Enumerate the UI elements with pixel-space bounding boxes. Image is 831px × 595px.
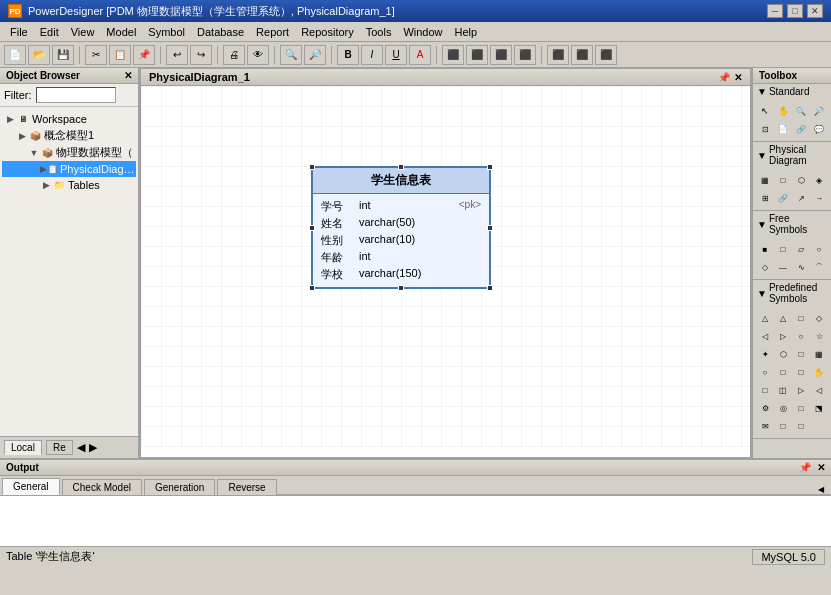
tree-item-workspace[interactable]: ▶ 🖥 Workspace xyxy=(2,111,136,127)
pred-27[interactable]: □ xyxy=(793,418,809,434)
pred-2[interactable]: △ xyxy=(775,310,791,326)
copy-button[interactable]: 📋 xyxy=(109,45,131,65)
toolbox-physical-header[interactable]: ▼ Physical Diagram xyxy=(753,142,831,168)
expand-workspace[interactable]: ▶ xyxy=(4,113,16,125)
pred-10[interactable]: ⬡ xyxy=(775,346,791,362)
toolbox-predefined-header[interactable]: ▼ Predefined Symbols xyxy=(753,280,831,306)
menu-symbol[interactable]: Symbol xyxy=(142,24,191,40)
menu-edit[interactable]: Edit xyxy=(34,24,65,40)
menu-file[interactable]: File xyxy=(4,24,34,40)
tool-ellipse[interactable]: ○ xyxy=(811,241,827,257)
tree-item-physicaldiag[interactable]: ▶ 📋 PhysicalDiag… xyxy=(2,161,136,177)
pred-4[interactable]: ◇ xyxy=(811,310,827,326)
save-button[interactable]: 💾 xyxy=(52,45,74,65)
handle-bl[interactable] xyxy=(309,285,315,291)
pred-6[interactable]: ▷ xyxy=(775,328,791,344)
pred-18[interactable]: ◫ xyxy=(775,382,791,398)
align-right-button[interactable]: ⬛ xyxy=(490,45,512,65)
tool-proc[interactable]: ⬡ xyxy=(793,172,809,188)
tool-line[interactable]: → xyxy=(811,190,827,206)
tool-pointer[interactable]: ↖ xyxy=(757,103,773,119)
pred-25[interactable]: ✉ xyxy=(757,418,773,434)
output-tab-general[interactable]: General xyxy=(2,478,60,495)
tool-new-page[interactable]: 📄 xyxy=(775,121,791,137)
ob-filter-input[interactable] xyxy=(36,87,116,103)
pred-7[interactable]: ○ xyxy=(793,328,809,344)
tool-parallelogram[interactable]: ▱ xyxy=(793,241,809,257)
tool-view[interactable]: □ xyxy=(775,172,791,188)
menu-window[interactable]: Window xyxy=(397,24,448,40)
tool-arrow[interactable]: ↗ xyxy=(793,190,809,206)
tool-rect-open[interactable]: □ xyxy=(775,241,791,257)
menu-view[interactable]: View xyxy=(65,24,101,40)
undo-button[interactable]: ↩ xyxy=(166,45,188,65)
menu-tools[interactable]: Tools xyxy=(360,24,398,40)
paste-button[interactable]: 📌 xyxy=(133,45,155,65)
tool-table[interactable]: ▦ xyxy=(757,172,773,188)
align-left-button[interactable]: ⬛ xyxy=(442,45,464,65)
toolbox-standard-header[interactable]: ▼ Standard xyxy=(753,84,831,99)
tree-item-model1[interactable]: ▶ 📦 概念模型1 xyxy=(2,127,136,144)
tree-item-physicaldb[interactable]: ▼ 📦 物理数据模型（ xyxy=(2,144,136,161)
layout-button[interactable]: ⬛ xyxy=(571,45,593,65)
pred-24[interactable]: ⬔ xyxy=(811,400,827,416)
output-tab-checkmodel[interactable]: Check Model xyxy=(62,479,142,495)
menu-repository[interactable]: Repository xyxy=(295,24,360,40)
pred-20[interactable]: ◁ xyxy=(811,382,827,398)
handle-br[interactable] xyxy=(487,285,493,291)
close-button[interactable]: ✕ xyxy=(807,4,823,18)
pred-8[interactable]: ☆ xyxy=(811,328,827,344)
pred-13[interactable]: ○ xyxy=(757,364,773,380)
handle-bm[interactable] xyxy=(398,285,404,291)
font-color-button[interactable]: A xyxy=(409,45,431,65)
italic-button[interactable]: I xyxy=(361,45,383,65)
output-tab-generation[interactable]: Generation xyxy=(144,479,215,495)
pred-16[interactable]: ✋ xyxy=(811,364,827,380)
tool-diamond[interactable]: ◇ xyxy=(757,259,773,275)
tool-comment[interactable]: 💬 xyxy=(811,121,827,137)
pred-5[interactable]: ◁ xyxy=(757,328,773,344)
pred-14[interactable]: □ xyxy=(775,364,791,380)
menu-database[interactable]: Database xyxy=(191,24,250,40)
ob-nav-left[interactable]: ◀ xyxy=(77,441,85,454)
pred-22[interactable]: ◎ xyxy=(775,400,791,416)
tool-line-straight[interactable]: — xyxy=(775,259,791,275)
output-scrollbar[interactable]: ◀ xyxy=(811,485,831,495)
tool-zoom-out[interactable]: 🔎 xyxy=(811,103,827,119)
menu-help[interactable]: Help xyxy=(449,24,484,40)
pred-11[interactable]: □ xyxy=(793,346,809,362)
tool-join[interactable]: ⊞ xyxy=(757,190,773,206)
expand-model1[interactable]: ▶ xyxy=(16,130,28,142)
tool-curve[interactable]: ∿ xyxy=(793,259,809,275)
pred-1[interactable]: △ xyxy=(757,310,773,326)
open-button[interactable]: 📂 xyxy=(28,45,50,65)
zoom-out-button[interactable]: 🔎 xyxy=(304,45,326,65)
new-button[interactable]: 📄 xyxy=(4,45,26,65)
pred-12[interactable]: ▦ xyxy=(811,346,827,362)
align-center-button[interactable]: ⬛ xyxy=(466,45,488,65)
handle-mr[interactable] xyxy=(487,225,493,231)
maximize-button[interactable]: □ xyxy=(787,4,803,18)
pred-3[interactable]: □ xyxy=(793,310,809,326)
output-close-icon[interactable]: ✕ xyxy=(817,462,825,473)
output-pin-icon[interactable]: 📌 xyxy=(799,462,811,473)
fit-button[interactable]: ⬛ xyxy=(595,45,617,65)
pred-21[interactable]: ⚙ xyxy=(757,400,773,416)
diagram-pin-icon[interactable]: 📌 xyxy=(718,72,730,83)
pred-19[interactable]: ▷ xyxy=(793,382,809,398)
pred-26[interactable]: □ xyxy=(775,418,791,434)
ob-close-icon[interactable]: ✕ xyxy=(124,70,132,81)
entity-box[interactable]: 学生信息表 学号 int <pk> 姓名 varchar(50) 性别 xyxy=(311,166,491,289)
tool-zoom-in[interactable]: 🔍 xyxy=(793,103,809,119)
ob-nav-right[interactable]: ▶ xyxy=(89,441,97,454)
tool-ref[interactable]: ◈ xyxy=(811,172,827,188)
cut-button[interactable]: ✂ xyxy=(85,45,107,65)
minimize-button[interactable]: ─ xyxy=(767,4,783,18)
output-tab-reverse[interactable]: Reverse xyxy=(217,479,276,495)
ob-tab-re[interactable]: Re xyxy=(46,440,73,455)
toolbox-free-header[interactable]: ▼ Free Symbols xyxy=(753,211,831,237)
tool-arc[interactable]: ⌒ xyxy=(811,259,827,275)
handle-tl[interactable] xyxy=(309,164,315,170)
tool-hand[interactable]: ✋ xyxy=(775,103,791,119)
ob-tab-local[interactable]: Local xyxy=(4,440,42,455)
